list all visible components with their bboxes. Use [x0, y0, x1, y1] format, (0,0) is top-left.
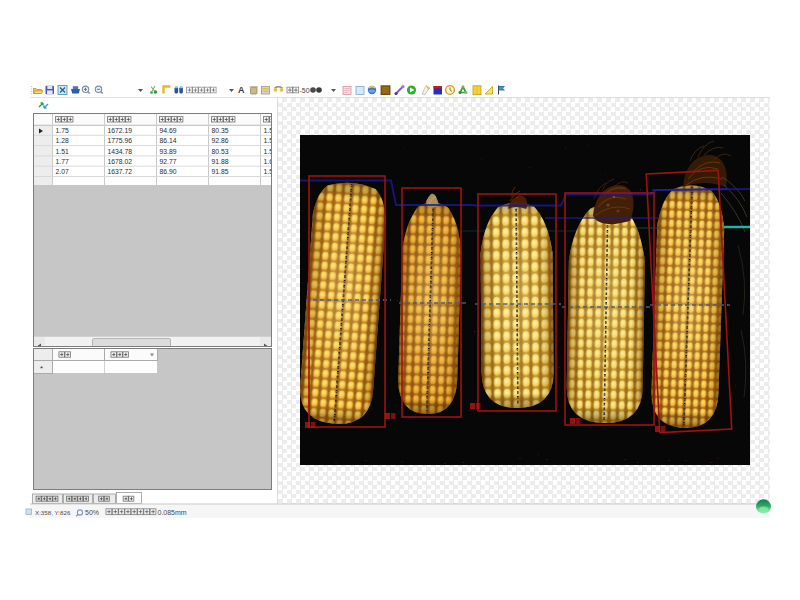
- svg-text:1.58: 1.58: [264, 137, 272, 144]
- svg-text:1434.78: 1434.78: [108, 148, 133, 155]
- svg-text:1775.96: 1775.96: [108, 137, 133, 144]
- svg-text:1.77: 1.77: [56, 158, 69, 165]
- svg-text:80.53: 80.53: [212, 148, 229, 155]
- svg-text:92.77: 92.77: [160, 158, 177, 165]
- svg-text:1.58: 1.58: [264, 168, 272, 175]
- svg-text:86.14: 86.14: [160, 137, 177, 144]
- svg-text:1.58: 1.58: [264, 127, 272, 134]
- svg-text:1.67: 1.67: [264, 158, 272, 165]
- svg-text:-50: -50: [300, 87, 310, 94]
- svg-text:86.90: 86.90: [160, 168, 177, 175]
- svg-text:X:358, Y:826: X:358, Y:826: [35, 509, 71, 516]
- svg-text:1.28: 1.28: [56, 137, 69, 144]
- svg-text:1.51: 1.51: [56, 148, 69, 155]
- svg-text:91.88: 91.88: [212, 158, 229, 165]
- svg-text:50%: 50%: [85, 509, 99, 516]
- svg-text:1637.72: 1637.72: [108, 168, 133, 175]
- svg-text:1.75: 1.75: [56, 127, 69, 134]
- svg-text:94.69: 94.69: [160, 127, 177, 134]
- svg-text:A: A: [238, 85, 245, 95]
- svg-text:91.85: 91.85: [212, 168, 229, 175]
- svg-text:1.52: 1.52: [264, 148, 272, 155]
- svg-text:1672.19: 1672.19: [108, 127, 133, 134]
- svg-text:92.86: 92.86: [212, 137, 229, 144]
- svg-text:0.085mm: 0.085mm: [158, 509, 187, 516]
- svg-text:93.89: 93.89: [160, 148, 177, 155]
- svg-text:*: *: [40, 364, 43, 373]
- svg-text:80.35: 80.35: [212, 127, 229, 134]
- svg-text:1678.02: 1678.02: [108, 158, 133, 165]
- svg-text:2.07: 2.07: [56, 168, 69, 175]
